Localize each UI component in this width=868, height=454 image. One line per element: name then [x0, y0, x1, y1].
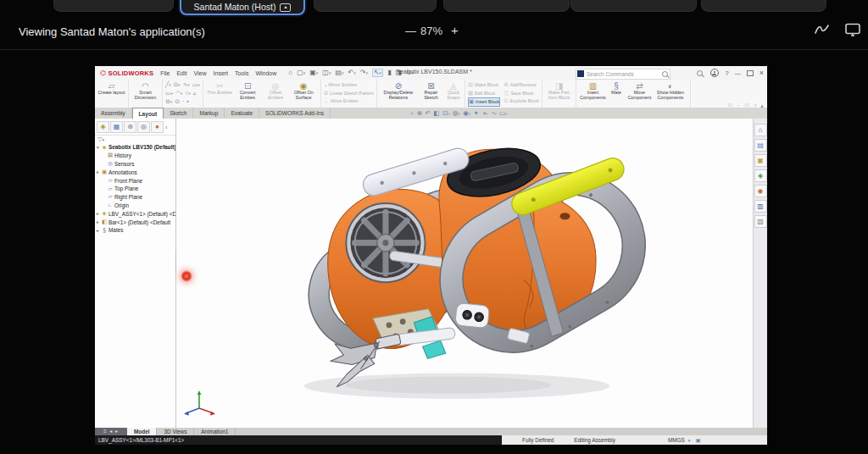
view-options-monitor-icon[interactable] [844, 23, 861, 36]
save-icon[interactable]: ◫▾ [322, 69, 331, 76]
rectangle-tool-icon[interactable]: ▭▾ [192, 81, 200, 89]
tree-item-bar[interactable]: ▸◧Bar<1> (Default) <Default [95, 218, 175, 226]
insert-components-button[interactable]: ▥Insert Components [579, 81, 607, 101]
tab-evaluate[interactable]: Evaluate [225, 108, 259, 119]
previous-view-icon[interactable]: ↶ [426, 109, 431, 117]
menu-edit[interactable]: Edit [176, 70, 186, 76]
panel-overflow-icon[interactable]: › [165, 125, 167, 130]
circle-tool-icon[interactable]: ⊙▾ [173, 81, 180, 89]
open-document-icon[interactable]: ▣▾ [309, 69, 318, 76]
record-icon[interactable]: ▮ [387, 69, 391, 76]
centerline-tool-icon[interactable]: · [182, 98, 184, 106]
participant-tab-3[interactable] [314, 0, 437, 12]
zoom-area-icon[interactable]: ⊕ [417, 109, 422, 117]
forum-icon[interactable]: ▧ [754, 215, 767, 228]
spline-tool-icon[interactable]: ∿▾ [183, 81, 190, 89]
edit-appearance-icon[interactable]: ✦ [474, 109, 479, 117]
select-tool-icon[interactable]: ↖▾ [372, 69, 383, 77]
doc-tab-animation1[interactable]: Animation1 [194, 428, 236, 435]
display-delete-relations-button[interactable]: ⊘Display/Delete Relations [380, 81, 417, 101]
tree-item-history[interactable]: ▤History [101, 152, 175, 160]
tree-filter-icon[interactable]: ▽▾ [95, 136, 175, 143]
zoom-in-button[interactable]: + [451, 23, 459, 37]
zoom-out-button[interactable]: — [405, 25, 416, 37]
undo-icon[interactable]: ↶▾ [348, 69, 355, 76]
tree-item-lbv-assy[interactable]: ▸◈LBV_ASSY<1> (Default) <D [95, 209, 175, 218]
appearances-tab[interactable]: ● [151, 121, 164, 133]
hide-show-items-icon[interactable]: ◉▾ [463, 109, 470, 117]
new-document-icon[interactable]: ▢▾ [297, 69, 305, 76]
smart-dimension-button[interactable]: ◠Smart Dimension [131, 81, 159, 101]
comment-icon[interactable]: ▭▾ [499, 109, 507, 117]
tab-assembly[interactable]: Assembly [95, 108, 132, 119]
menu-insert[interactable]: Insert [214, 70, 229, 76]
create-layout-button[interactable]: ▱Create layout [97, 81, 125, 96]
offset-on-surface-button[interactable]: ◉Offset On Surface [290, 81, 318, 101]
units-selector[interactable]: MMGS [668, 437, 685, 443]
fillet-tool-icon[interactable]: ⊖▾ [165, 98, 172, 106]
tree-item-sensors[interactable]: ◎Sensors [101, 160, 175, 169]
tree-item-origin[interactable]: ∟Origin [101, 202, 175, 210]
arc-tool-icon[interactable]: ◠▾ [175, 90, 182, 97]
search-magnifier-icon[interactable] [697, 70, 703, 76]
mate-button[interactable]: §Mate [607, 81, 626, 96]
participant-tab-6[interactable] [701, 0, 826, 12]
tree-root[interactable]: ▾◈ Seabotix LBV150 (Default) <<D [95, 143, 175, 152]
close-button[interactable]: × [760, 69, 764, 77]
insert-block-button[interactable]: ▣Insert Block [468, 97, 500, 107]
tree-item-mates[interactable]: ▸§Mates [95, 226, 175, 235]
menu-view[interactable]: View [194, 70, 207, 76]
participant-tab-1[interactable] [53, 0, 174, 12]
configuration-manager-tab[interactable]: ⊛ [124, 121, 136, 133]
design-library-icon[interactable]: ▤ [754, 139, 767, 152]
menu-window[interactable]: Window [255, 70, 276, 76]
tab-sketch[interactable]: Sketch [164, 108, 193, 119]
show-hidden-components-button[interactable]: ◐Show Hidden Components [654, 81, 687, 101]
convert-entities-button[interactable]: ⊡Convert Entities [234, 81, 262, 101]
tree-item-top-plane[interactable]: ▱Top Plane [101, 185, 175, 193]
participant-tab-5[interactable] [570, 0, 697, 12]
restore-button[interactable] [747, 70, 754, 76]
tree-item-annotations[interactable]: ▸▣Annotations [95, 168, 175, 176]
view-palette-icon[interactable]: ◈ [754, 169, 767, 182]
display-style-icon[interactable]: ◍▾ [453, 109, 460, 117]
feature-tree-tab[interactable]: ◈ [97, 121, 109, 133]
minimize-button[interactable]: — [735, 70, 741, 76]
tags-icon[interactable]: ▣ [695, 437, 700, 444]
repair-sketch-button[interactable]: ⊠Repair Sketch [417, 81, 445, 101]
menu-file[interactable]: File [160, 70, 170, 76]
doc-tab-3d-views[interactable]: 3D Views [157, 428, 194, 435]
annotate-pen-icon[interactable] [814, 23, 831, 36]
tab-markup[interactable]: Markup [193, 108, 225, 119]
zoom-fit-icon[interactable]: ⌕ [410, 109, 414, 118]
dimxpert-tab[interactable]: ◎ [137, 121, 150, 133]
tree-item-right-plane[interactable]: ▱Right Plane [101, 193, 175, 202]
view-orientation-icon[interactable]: ⊡▾ [442, 109, 450, 117]
appearances-scenes-icon[interactable]: ◉ [754, 185, 767, 197]
text-tool-icon[interactable]: ▵ [193, 90, 197, 97]
user-account-icon[interactable] [710, 69, 719, 77]
tree-item-front-plane[interactable]: ▱Front Plane [101, 176, 175, 185]
search-commands-input[interactable]: Search Commands [576, 69, 670, 80]
file-explorer-icon[interactable]: ▣ [754, 154, 767, 167]
tab-layout[interactable]: Layout [132, 108, 164, 119]
custom-properties-icon[interactable]: ▥ [754, 200, 767, 213]
units-caret-icon[interactable]: ▾ [688, 438, 691, 443]
participant-tab-4[interactable] [443, 0, 570, 12]
rebuild-icon[interactable]: ↷▾ [360, 69, 368, 76]
slot-tool-icon[interactable]: ▭▾ [165, 90, 173, 97]
move-component-button[interactable]: ⇄Move Component [626, 81, 654, 101]
section-view-icon[interactable]: ◧ [433, 109, 439, 117]
zoom-level-value[interactable]: 87% [420, 25, 442, 37]
help-icon[interactable]: ? [725, 69, 728, 77]
ellipse-tool-icon[interactable]: ○▾ [185, 90, 191, 97]
line-tool-icon[interactable]: ╱▾ [165, 81, 170, 89]
graphics-viewport[interactable]: ⌂ ▤ ▣ ◈ ◉ ▥ ▧ [176, 119, 767, 428]
doc-tab-model[interactable]: Model [127, 428, 157, 435]
point-tool-icon[interactable]: ⊙ [175, 98, 180, 106]
rov-3d-model[interactable] [276, 125, 646, 408]
home-icon[interactable]: ⌂ [288, 69, 292, 76]
home-taskpane-icon[interactable]: ⌂ [754, 124, 767, 136]
tab-solidworks-addins[interactable]: SOLIDWORKS Add-Ins [259, 108, 331, 119]
apply-scene-icon[interactable]: ◑▾ [481, 109, 487, 117]
